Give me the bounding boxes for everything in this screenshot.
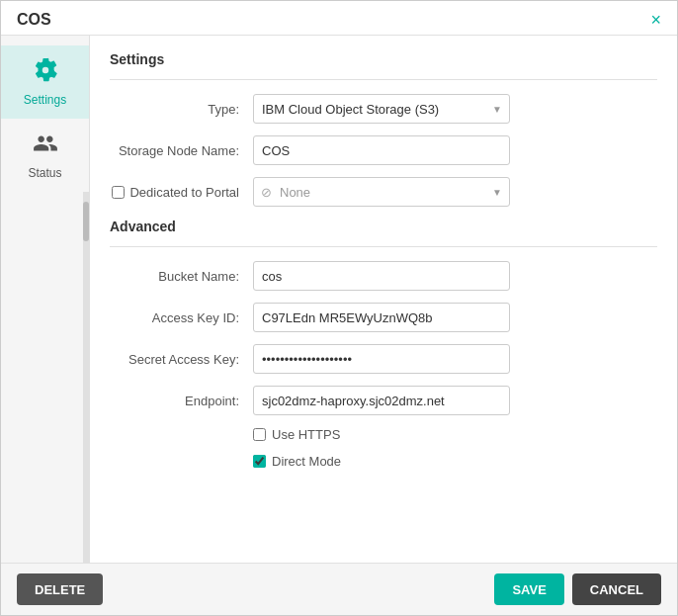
settings-divider [110, 79, 657, 80]
advanced-section: Advanced Bucket Name: Access Key ID: Sec… [110, 219, 657, 469]
storage-node-name-row: Storage Node Name: [110, 135, 657, 165]
access-key-row: Access Key ID: [110, 303, 657, 332]
access-key-input[interactable] [253, 303, 510, 332]
cancel-button[interactable]: CANCEL [572, 573, 661, 605]
none-icon: ⊘ [261, 185, 272, 200]
storage-node-name-label: Storage Node Name: [110, 143, 253, 158]
none-select[interactable]: None [253, 177, 510, 207]
gear-icon [33, 57, 58, 89]
secret-key-row: Secret Access Key: [110, 344, 657, 374]
sidebar-item-settings[interactable]: Settings [1, 45, 89, 119]
type-select-wrapper: IBM Cloud Object Storage (S3) ▼ [253, 94, 510, 124]
sidebar-scrollbar [83, 192, 89, 563]
dedicated-row: Dedicated to Portal ⊘ None ▼ [110, 177, 657, 207]
secret-key-input[interactable] [253, 344, 510, 374]
sidebar-status-label: Status [28, 166, 61, 180]
type-select[interactable]: IBM Cloud Object Storage (S3) [253, 94, 510, 124]
modal-footer: DELETE SAVE CANCEL [1, 563, 677, 615]
status-icon [33, 131, 58, 162]
save-button[interactable]: SAVE [494, 573, 563, 605]
modal-title: COS [17, 11, 51, 29]
modal-body: Settings Status Settings [1, 36, 677, 563]
secret-key-label: Secret Access Key: [110, 352, 253, 367]
endpoint-label: Endpoint: [110, 394, 253, 408]
access-key-label: Access Key ID: [110, 310, 253, 325]
sidebar: Settings Status [1, 36, 90, 563]
direct-mode-label: Direct Mode [272, 454, 341, 469]
endpoint-input[interactable] [253, 386, 510, 415]
storage-node-name-input[interactable] [253, 135, 510, 165]
delete-button[interactable]: DELETE [17, 573, 103, 605]
modal: COS × Settings Status [0, 0, 678, 616]
advanced-section-title: Advanced [110, 219, 657, 234]
close-button[interactable]: × [650, 11, 661, 29]
endpoint-row: Endpoint: [110, 386, 657, 415]
direct-mode-checkbox[interactable] [253, 455, 266, 468]
footer-right: SAVE CANCEL [494, 573, 661, 605]
dedicated-checkbox[interactable] [112, 186, 125, 199]
use-https-checkbox[interactable] [253, 428, 266, 441]
scroll-thumb[interactable] [83, 202, 89, 241]
bucket-row: Bucket Name: [110, 261, 657, 291]
bucket-input[interactable] [253, 261, 510, 291]
type-row: Type: IBM Cloud Object Storage (S3) ▼ [110, 94, 657, 124]
main-content: Settings Type: IBM Cloud Object Storage … [90, 36, 677, 563]
direct-mode-row: Direct Mode [110, 454, 657, 469]
none-select-wrapper: ⊘ None ▼ [253, 177, 510, 207]
bucket-label: Bucket Name: [110, 269, 253, 284]
sidebar-settings-label: Settings [24, 93, 66, 107]
advanced-divider [110, 246, 657, 247]
use-https-label: Use HTTPS [272, 427, 340, 442]
settings-section-title: Settings [110, 51, 657, 67]
dedicated-label: Dedicated to Portal [129, 185, 239, 200]
use-https-row: Use HTTPS [110, 427, 657, 442]
type-label: Type: [110, 102, 253, 117]
modal-header: COS × [1, 1, 677, 36]
sidebar-item-status[interactable]: Status [1, 119, 89, 192]
